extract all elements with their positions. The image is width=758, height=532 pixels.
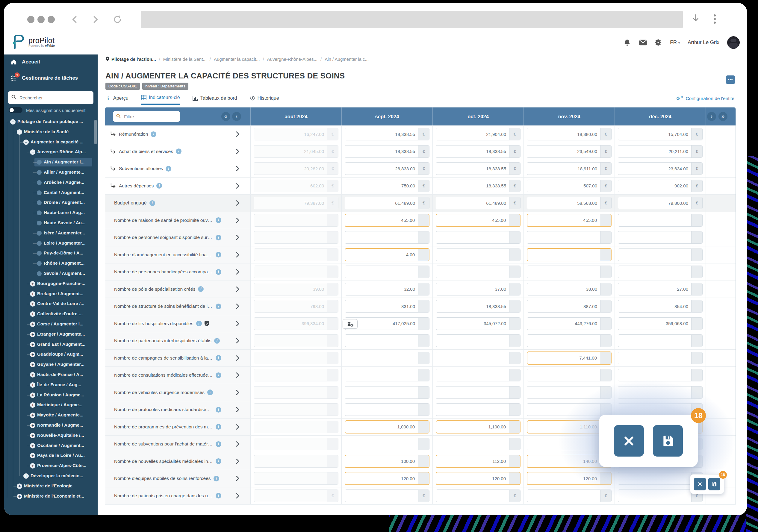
window-dot-1[interactable]: [27, 16, 34, 23]
value-input[interactable]: 18,380.00€: [527, 128, 611, 140]
expand-icon[interactable]: +: [17, 494, 22, 499]
collapse-icon[interactable]: −: [30, 150, 35, 155]
expand-icon[interactable]: +: [30, 311, 35, 317]
cancel-changes-button[interactable]: [614, 425, 644, 456]
collapse-icon[interactable]: −: [10, 119, 16, 124]
value-input[interactable]: [618, 386, 703, 399]
expand-icon[interactable]: +: [30, 332, 35, 337]
value-input[interactable]: [436, 386, 521, 399]
tree-item[interactable]: Loire / Augmenter...: [4, 239, 98, 248]
tree-item[interactable]: +La Réunion / Augme...: [4, 391, 98, 399]
sidebar-scrollbar[interactable]: [94, 120, 97, 144]
tree-leaf-icon[interactable]: [37, 251, 42, 256]
value-input[interactable]: [436, 438, 521, 450]
user-name[interactable]: Arthur Le Grix: [688, 40, 719, 46]
tree-item[interactable]: Cantal / Augment...: [4, 189, 98, 197]
value-input[interactable]: 120.00: [527, 472, 611, 485]
table-filter-input[interactable]: [123, 114, 177, 119]
value-input[interactable]: 18,338.55: [436, 300, 521, 313]
expand-row-icon[interactable]: [236, 338, 240, 344]
expand-row-icon[interactable]: [236, 458, 240, 464]
expand-row-icon[interactable]: [236, 183, 240, 189]
expand-icon[interactable]: +: [30, 392, 35, 398]
value-input[interactable]: 27.00: [618, 283, 703, 295]
tree-item[interactable]: −Augmenter la capacité ...: [4, 138, 98, 147]
expand-icon[interactable]: +: [30, 321, 35, 327]
tree-leaf-icon[interactable]: [37, 271, 42, 276]
info-icon[interactable]: i: [216, 424, 221, 430]
value-input[interactable]: 20,211.00€: [618, 145, 703, 158]
value-input[interactable]: 32.00: [345, 283, 430, 295]
tree-leaf-icon[interactable]: [37, 200, 42, 205]
value-input[interactable]: 345,072.00: [436, 317, 521, 330]
tree-item[interactable]: +Pays de la Loire / Au...: [4, 451, 98, 460]
value-input[interactable]: 359,068.00: [618, 317, 703, 330]
value-input[interactable]: [436, 334, 521, 347]
value-input[interactable]: [618, 352, 703, 364]
expand-row-icon[interactable]: [236, 200, 240, 206]
value-input[interactable]: 23,549.00€: [527, 145, 611, 158]
value-input[interactable]: 7,441.00: [527, 351, 611, 365]
expand-row-icon[interactable]: [236, 372, 240, 378]
tree-item[interactable]: +Etranger / Augmente...: [4, 330, 98, 339]
info-icon[interactable]: i: [150, 200, 155, 206]
breadcrumb-item[interactable]: Ministère de la Sant...: [163, 56, 207, 62]
value-input[interactable]: [436, 231, 521, 244]
tree-item[interactable]: Puy-de-Dôme / A...: [4, 249, 98, 257]
tree-item[interactable]: −Pilotage de l'action publique ...: [4, 118, 98, 126]
breadcrumb-item[interactable]: Auvergne-Rhône-Alpes...: [267, 56, 318, 62]
tree-leaf-icon[interactable]: [37, 231, 42, 236]
value-input[interactable]: 18,911.00€: [527, 162, 611, 175]
value-input[interactable]: 18,338.55€: [436, 180, 521, 192]
tree-item[interactable]: +Centre-Val de Loire /...: [4, 300, 98, 308]
tree-item[interactable]: +Ministère de l'Ecologie: [4, 482, 98, 490]
info-icon[interactable]: i: [216, 235, 221, 240]
tree-item[interactable]: +Développer la médecin...: [4, 472, 98, 480]
value-input[interactable]: [436, 266, 521, 278]
tree-item[interactable]: +Nouvelle-Aquitaine /...: [4, 431, 98, 440]
window-dot-2[interactable]: [37, 16, 45, 23]
expand-icon[interactable]: +: [30, 362, 35, 367]
expand-row-icon[interactable]: [236, 441, 240, 447]
value-input[interactable]: 21,904.00€: [436, 128, 521, 140]
tree-item[interactable]: Drôme / Augment...: [4, 198, 98, 207]
info-icon[interactable]: i: [214, 476, 219, 482]
tree-item[interactable]: +Hauts-de-France / A...: [4, 371, 98, 379]
expand-icon[interactable]: +: [30, 281, 35, 286]
expand-row-icon[interactable]: [236, 217, 240, 223]
tree-item[interactable]: +Occitanie / Augment...: [4, 442, 98, 450]
page-prev-icon[interactable]: ‹: [232, 112, 241, 121]
breadcrumb-item[interactable]: Pilotage de l'action...: [105, 56, 156, 62]
tree-item[interactable]: Allier / Augmente...: [4, 168, 98, 177]
tree-item[interactable]: +Martinique / Augme...: [4, 401, 98, 409]
value-input[interactable]: [618, 214, 703, 227]
value-input[interactable]: 18,338.55€: [436, 145, 521, 158]
download-icon[interactable]: [691, 14, 700, 25]
tree-item[interactable]: Ain / Augmenter l...: [4, 158, 98, 166]
tree-item[interactable]: −Auvergne-Rhône-Alp...: [4, 148, 98, 156]
info-icon[interactable]: i: [196, 321, 202, 326]
tree-item[interactable]: Ardèche / Augme...: [4, 179, 98, 187]
value-input[interactable]: [527, 369, 611, 382]
pending-validation-badge[interactable]: [343, 319, 358, 329]
tree-item[interactable]: Isère / Augmenter...: [4, 229, 98, 237]
value-input[interactable]: 831.00: [345, 300, 430, 313]
tree-leaf-icon[interactable]: [37, 211, 42, 215]
value-input[interactable]: 26,833.00€: [345, 162, 430, 175]
value-input[interactable]: [527, 403, 611, 416]
value-input[interactable]: 455.00: [436, 214, 521, 227]
info-icon[interactable]: i: [151, 131, 156, 137]
info-icon[interactable]: i: [156, 183, 162, 189]
tree-item[interactable]: +Collectivité d'outre-...: [4, 310, 98, 318]
entity-config-link[interactable]: ⚙⚙ Configuration de l'entité: [676, 95, 735, 102]
info-icon[interactable]: i: [216, 458, 221, 464]
value-input[interactable]: 120.00: [345, 472, 430, 485]
tree-item[interactable]: Savoie / Augment...: [4, 269, 98, 278]
messages-mail-icon[interactable]: [639, 39, 647, 47]
info-icon[interactable]: i: [216, 217, 221, 223]
info-icon[interactable]: i: [216, 407, 221, 413]
value-input[interactable]: [345, 231, 430, 244]
tree-item[interactable]: +Normandie / Augme...: [4, 421, 98, 430]
value-input[interactable]: [527, 266, 611, 278]
value-input[interactable]: 23,634.00€: [618, 162, 703, 175]
